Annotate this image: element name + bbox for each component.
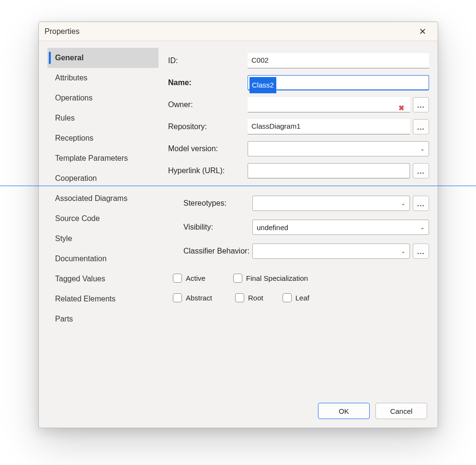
repository-input[interactable]: ClassDiagram1 (248, 119, 410, 134)
checkbox-box (235, 293, 244, 302)
sidebar-item-tagged-values[interactable]: Tagged Values (47, 269, 159, 289)
sidebar-item-operations[interactable]: Operations (47, 88, 159, 108)
name-input[interactable]: Class2 (248, 75, 429, 90)
row-visibility: Visibility: undefined ⌄ (166, 216, 429, 238)
hyperlink-label: Hyperlink (URL): (166, 166, 248, 175)
chevron-down-icon: ⌄ (420, 224, 425, 231)
chevron-down-icon: ⌄ (420, 145, 425, 152)
titlebar: Properties ✕ (39, 22, 438, 41)
sidebar-item-parts[interactable]: Parts (47, 309, 159, 329)
chevron-down-icon: ⌄ (401, 200, 406, 207)
sidebar-item-label: Template Parameters (55, 154, 128, 163)
sidebar-item-documentation[interactable]: Documentation (47, 249, 159, 269)
ellipsis-icon: ... (417, 101, 425, 109)
leaf-checkbox[interactable]: Leaf (283, 293, 309, 302)
clear-owner-icon[interactable]: ✖ (398, 101, 406, 109)
sidebar-item-related-elements[interactable]: Related Elements (47, 289, 159, 309)
chevron-down-icon: ⌄ (401, 248, 406, 255)
sidebar-item-label: Rules (55, 114, 75, 122)
name-label: Name: (166, 78, 248, 87)
hyperlink-input[interactable] (248, 163, 410, 178)
sidebar-item-label: Tagged Values (55, 275, 105, 283)
sidebar-item-associated-diagrams[interactable]: Associated Diagrams (47, 188, 159, 209)
ok-button[interactable]: OK (318, 403, 370, 419)
row-repository: Repository: ClassDiagram1 ... (166, 116, 429, 138)
checkbox-box (173, 293, 182, 302)
classifier-select[interactable]: ⌄ (252, 244, 410, 259)
checkbox-row-1: Active Final Specialization (166, 274, 429, 283)
checkbox-box (173, 274, 182, 283)
leaf-label: Leaf (295, 294, 309, 302)
classifier-browse-button[interactable]: ... (413, 244, 429, 259)
sidebar-item-label: Associated Diagrams (55, 194, 127, 203)
hyperlink-browse-button[interactable]: ... (413, 163, 429, 178)
abstract-label: Abstract (186, 294, 212, 302)
repository-label: Repository: (166, 122, 248, 131)
sidebar: General Attributes Operations Rules Rece… (47, 48, 159, 399)
sidebar-item-general[interactable]: General (47, 48, 159, 68)
checkbox-box (233, 274, 242, 283)
sidebar-item-template-parameters[interactable]: Template Parameters (47, 148, 159, 168)
window-title: Properties (45, 27, 79, 36)
owner-label: Owner: (166, 100, 248, 109)
external-divider (0, 186, 476, 186)
row-owner: Owner: ✖ ... (166, 94, 429, 116)
row-id: ID: C002 (166, 50, 429, 72)
row-name: Name: Class2 (166, 72, 429, 94)
row-hyperlink: Hyperlink (URL): ... (166, 160, 429, 182)
close-icon[interactable]: ✕ (413, 22, 432, 41)
name-selected-text: Class2 (249, 77, 276, 93)
sidebar-item-rules[interactable]: Rules (47, 108, 159, 128)
sidebar-item-label: Parts (55, 315, 73, 323)
sidebar-item-receptions[interactable]: Receptions (47, 128, 159, 148)
active-label: Active (186, 274, 205, 282)
cancel-button[interactable]: Cancel (375, 403, 427, 419)
ellipsis-icon: ... (417, 167, 425, 175)
final-specialization-checkbox[interactable]: Final Specialization (233, 274, 308, 283)
ellipsis-icon: ... (417, 199, 425, 208)
checkbox-box (283, 293, 292, 302)
stereotypes-label: Stereotypes: (166, 199, 252, 208)
repository-browse-button[interactable]: ... (413, 119, 429, 134)
stereotypes-select[interactable]: ⌄ (252, 196, 410, 211)
row-stereotypes: Stereotypes: ⌄ ... (166, 192, 429, 214)
owner-browse-button[interactable]: ... (413, 97, 429, 112)
root-checkbox[interactable]: Root (235, 293, 263, 302)
properties-dialog: Properties ✕ General Attributes Operatio… (38, 22, 438, 428)
visibility-select[interactable]: undefined ⌄ (252, 220, 429, 235)
visibility-label: Visibility: (166, 223, 252, 232)
abstract-checkbox[interactable]: Abstract (173, 293, 212, 302)
stereotypes-browse-button[interactable]: ... (413, 196, 429, 211)
checkbox-row-2: Abstract Root Leaf (166, 293, 429, 302)
sidebar-item-attributes[interactable]: Attributes (47, 68, 159, 88)
ellipsis-icon: ... (417, 247, 425, 255)
sidebar-item-source-code[interactable]: Source Code (47, 209, 159, 229)
model-version-label: Model version: (166, 144, 248, 153)
final-specialization-label: Final Specialization (246, 274, 308, 282)
root-label: Root (248, 294, 263, 302)
classifier-label: Classifier Behavior: (166, 247, 252, 255)
id-input[interactable]: C002 (248, 53, 429, 68)
active-checkbox[interactable]: Active (173, 274, 205, 283)
sidebar-item-label: Documentation (55, 255, 107, 263)
sidebar-item-label: Source Code (55, 214, 100, 223)
row-model-version: Model version: ⌄ (166, 138, 429, 160)
sidebar-item-style[interactable]: Style (47, 229, 159, 249)
sidebar-item-label: Cooperation (55, 174, 97, 183)
sidebar-item-label: Receptions (55, 134, 93, 143)
sidebar-item-label: Related Elements (55, 295, 115, 303)
visibility-value: undefined (257, 223, 288, 232)
sidebar-item-label: Attributes (55, 74, 88, 82)
sidebar-item-label: General (55, 54, 84, 62)
row-classifier-behavior: Classifier Behavior: ⌄ ... (166, 240, 429, 262)
id-label: ID: (166, 56, 248, 65)
ellipsis-icon: ... (417, 123, 425, 131)
owner-input[interactable]: ✖ (248, 97, 410, 112)
model-version-select[interactable]: ⌄ (248, 141, 429, 156)
dialog-footer: OK Cancel (39, 399, 438, 428)
sidebar-item-label: Style (55, 234, 72, 243)
sidebar-item-label: Operations (55, 94, 92, 102)
form-panel: ID: C002 Name: Class2 Owner: ✖ (166, 48, 429, 399)
